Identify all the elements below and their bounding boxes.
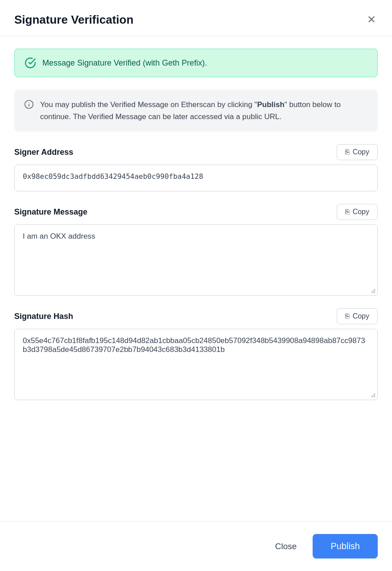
close-button[interactable]: Close <box>266 537 306 556</box>
copy-icon-2: ⎘ <box>345 208 350 216</box>
publish-button[interactable]: Publish <box>313 534 378 559</box>
signature-message-wrapper: I am an OKX address ⊿ <box>14 224 378 296</box>
verified-check-icon <box>25 57 36 69</box>
info-publish-bold: Publish <box>257 100 284 109</box>
resize-indicator-2: ⊿ <box>371 391 376 398</box>
modal-body: Message Signature Verified (with Geth Pr… <box>0 36 392 521</box>
signature-message-copy-button[interactable]: ⎘ Copy <box>337 204 378 220</box>
info-icon <box>24 99 34 109</box>
modal-footer: Close Publish <box>0 521 392 571</box>
copy-icon-3: ⎘ <box>345 312 350 320</box>
modal-header: Signature Verification ✕ <box>0 0 392 36</box>
signature-hash-label: Signature Hash <box>14 312 73 321</box>
signature-message-label: Signature Message <box>14 207 87 217</box>
signer-address-copy-label: Copy <box>353 148 369 156</box>
signature-hash-copy-button[interactable]: ⎘ Copy <box>337 308 378 324</box>
signer-address-copy-button[interactable]: ⎘ Copy <box>337 144 378 160</box>
signer-address-header: Signer Address ⎘ Copy <box>14 144 378 160</box>
resize-indicator: ⊿ <box>371 287 376 294</box>
signature-hash-header: Signature Hash ⎘ Copy <box>14 308 378 324</box>
signature-hash-wrapper: 0x55e4c767cb1f8fafb195c148d94d82ab1cbbaa… <box>14 329 378 400</box>
modal-title: Signature Verification <box>14 13 133 27</box>
info-text: You may publish the Verified Message on … <box>40 99 368 123</box>
signature-verification-modal: Signature Verification ✕ Message Signatu… <box>0 0 392 571</box>
success-text: Message Signature Verified (with Geth Pr… <box>42 58 207 68</box>
signature-hash-value: 0x55e4c767cb1f8fafb195c148d94d82ab1cbbaa… <box>14 329 378 400</box>
info-text-before: You may publish the Verified Message on … <box>40 100 257 109</box>
signature-hash-copy-label: Copy <box>353 312 369 320</box>
signer-address-value: 0x98ec059dc3adfbdd63429454aeb0c990fba4a1… <box>14 165 378 191</box>
signature-hash-section: Signature Hash ⎘ Copy 0x55e4c767cb1f8faf… <box>14 308 378 400</box>
signature-message-header: Signature Message ⎘ Copy <box>14 204 378 220</box>
signature-message-value: I am an OKX address <box>14 224 378 296</box>
signer-address-section: Signer Address ⎘ Copy 0x98ec059dc3adfbdd… <box>14 144 378 191</box>
close-icon: ✕ <box>367 13 376 25</box>
copy-icon: ⎘ <box>345 148 350 156</box>
close-x-button[interactable]: ✕ <box>365 12 378 27</box>
success-banner: Message Signature Verified (with Geth Pr… <box>14 49 378 77</box>
signature-message-copy-label: Copy <box>353 208 369 216</box>
signer-address-label: Signer Address <box>14 148 73 157</box>
info-banner: You may publish the Verified Message on … <box>14 90 378 132</box>
signature-message-section: Signature Message ⎘ Copy I am an OKX add… <box>14 204 378 296</box>
